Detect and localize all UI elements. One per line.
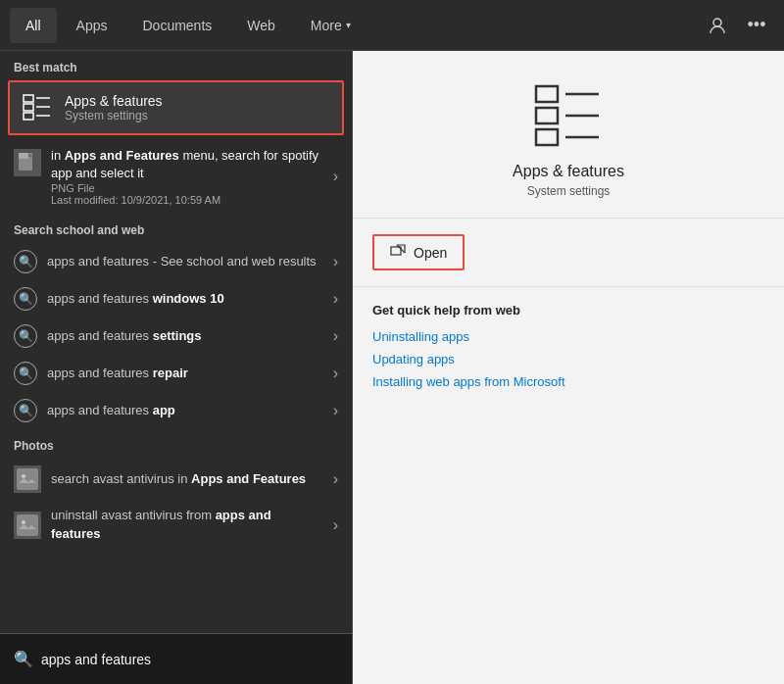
big-app-name: Apps & features xyxy=(513,163,624,180)
quick-help: Get quick help from web Uninstalling app… xyxy=(353,287,784,413)
web-result-4[interactable]: 🔍 apps and features repair › xyxy=(0,355,352,392)
right-panel: Apps & features System settings Open xyxy=(353,51,784,684)
content-area: Best match Apps & features System sett xyxy=(0,51,784,684)
help-link-2[interactable]: Updating apps xyxy=(372,352,764,366)
quick-help-title: Get quick help from web xyxy=(372,303,764,318)
open-button[interactable]: Open xyxy=(372,234,465,270)
web-result-text-5: apps and features app xyxy=(47,402,323,419)
best-match-label: Best match xyxy=(0,51,352,80)
file-result-item[interactable]: in Apps and Features menu, search for sp… xyxy=(0,139,352,214)
photo-result-1[interactable]: search avast antivirus in Apps and Featu… xyxy=(0,459,352,500)
svg-rect-14 xyxy=(536,108,558,123)
search-icon: 🔍 xyxy=(14,650,33,668)
svg-point-12 xyxy=(22,520,25,524)
user-icon[interactable] xyxy=(700,8,735,43)
search-input[interactable] xyxy=(41,652,338,667)
photo-result-2[interactable]: uninstall avast antivirus from apps and … xyxy=(0,500,352,549)
start-menu: All Apps Documents Web More ▾ ••• Best m… xyxy=(0,0,784,684)
help-link-1[interactable]: Uninstalling apps xyxy=(372,329,764,344)
file-thumb-icon xyxy=(14,149,41,176)
open-btn-row: Open xyxy=(353,219,784,287)
search-circle-icon-5: 🔍 xyxy=(14,399,37,422)
svg-rect-8 xyxy=(19,153,28,159)
tab-more[interactable]: More ▾ xyxy=(295,8,367,43)
chevron-right-icon-photo-1: › xyxy=(333,470,338,488)
chevron-right-icon-photo-2: › xyxy=(333,516,338,534)
right-top: Apps & features System settings xyxy=(353,51,784,219)
big-app-type: System settings xyxy=(527,184,611,198)
chevron-down-icon: ▾ xyxy=(346,20,351,30)
chevron-right-icon-5: › xyxy=(333,402,338,419)
svg-rect-3 xyxy=(24,113,33,120)
tab-apps[interactable]: Apps xyxy=(61,8,123,43)
open-icon xyxy=(390,243,406,262)
search-school-label: Search school and web xyxy=(0,214,352,243)
svg-rect-2 xyxy=(24,104,33,111)
svg-point-10 xyxy=(22,474,25,478)
chevron-right-icon-3: › xyxy=(333,327,338,345)
photo-thumb-1 xyxy=(14,465,41,493)
search-circle-icon: 🔍 xyxy=(14,250,37,273)
svg-rect-13 xyxy=(536,86,558,102)
search-circle-icon-4: 🔍 xyxy=(14,362,37,385)
web-result-text-4: apps and features repair xyxy=(47,365,323,382)
web-result-text-1: apps and features - See school and web r… xyxy=(47,253,323,270)
photo-text-2: uninstall avast antivirus from apps and … xyxy=(51,507,323,542)
help-link-3[interactable]: Installing web apps from Microsoft xyxy=(372,374,764,389)
search-circle-icon-2: 🔍 xyxy=(14,287,37,311)
web-result-5[interactable]: 🔍 apps and features app › xyxy=(0,392,352,429)
svg-rect-9 xyxy=(17,468,38,490)
chevron-right-icon-1: › xyxy=(333,253,338,270)
tab-documents[interactable]: Documents xyxy=(126,8,227,43)
best-match-item[interactable]: Apps & features System settings xyxy=(8,80,344,135)
search-circle-icon-3: 🔍 xyxy=(14,324,37,348)
chevron-right-icon-2: › xyxy=(333,290,338,308)
web-result-1[interactable]: 🔍 apps and features - See school and web… xyxy=(0,243,352,280)
file-date: Last modified: 10/9/2021, 10:59 AM xyxy=(51,194,323,206)
big-app-icon xyxy=(533,80,604,151)
top-nav: All Apps Documents Web More ▾ ••• xyxy=(0,0,784,51)
tab-all[interactable]: All xyxy=(10,8,57,43)
chevron-right-icon-4: › xyxy=(333,365,338,382)
photo-text-1: search avast antivirus in Apps and Featu… xyxy=(51,470,323,488)
search-bar: 🔍 xyxy=(0,633,352,684)
chevron-right-icon: › xyxy=(333,168,338,185)
photo-thumb-2 xyxy=(14,512,41,539)
apps-features-icon xyxy=(22,92,53,123)
best-match-title: Apps & features xyxy=(65,93,163,109)
svg-rect-15 xyxy=(536,129,558,145)
tab-web[interactable]: Web xyxy=(231,8,291,43)
file-name: in Apps and Features menu, search for sp… xyxy=(51,147,323,182)
web-result-text-3: apps and features settings xyxy=(47,327,323,345)
photos-label: Photos xyxy=(0,429,352,459)
best-match-subtitle: System settings xyxy=(65,109,163,122)
results-scroll: in Apps and Features menu, search for sp… xyxy=(0,139,352,633)
file-info: in Apps and Features menu, search for sp… xyxy=(51,147,323,206)
more-options-icon[interactable]: ••• xyxy=(739,8,774,43)
open-label: Open xyxy=(414,245,447,261)
svg-rect-1 xyxy=(24,95,33,102)
svg-point-0 xyxy=(713,19,721,26)
web-result-2[interactable]: 🔍 apps and features windows 10 › xyxy=(0,280,352,318)
left-panel: Best match Apps & features System sett xyxy=(0,51,353,684)
web-result-3[interactable]: 🔍 apps and features settings › xyxy=(0,318,352,355)
file-type: PNG File xyxy=(51,182,323,194)
svg-rect-11 xyxy=(17,514,38,536)
web-result-text-2: apps and features windows 10 xyxy=(47,290,323,308)
best-match-text: Apps & features System settings xyxy=(65,93,163,122)
